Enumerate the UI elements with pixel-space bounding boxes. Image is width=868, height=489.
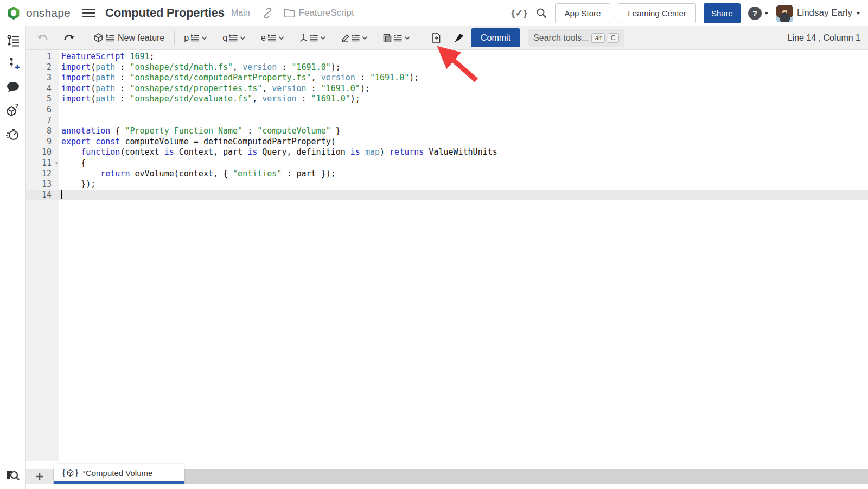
- help-menu[interactable]: ?: [748, 7, 769, 20]
- code-line-3[interactable]: 3import(path : "onshape/std/computedPart…: [26, 73, 868, 84]
- toolbar-dropdown-e[interactable]: e: [257, 30, 288, 46]
- new-feature-button[interactable]: New feature: [90, 31, 169, 45]
- code-line-10[interactable]: 10 function(context is Context, part is …: [26, 147, 868, 158]
- code-line-11[interactable]: 11▾ {: [26, 158, 868, 169]
- chevron-down-icon: [362, 36, 368, 40]
- main-menu-icon[interactable]: [82, 7, 95, 20]
- code-lines: 1FeatureScript 1691;2import(path : "onsh…: [26, 50, 868, 200]
- document-title[interactable]: Computed Properties: [105, 6, 225, 20]
- code-editor[interactable]: 1FeatureScript 1691;2import(path : "onsh…: [26, 50, 868, 461]
- workspace-name[interactable]: Main: [231, 8, 250, 18]
- code-line-8[interactable]: 8annotation { "Property Function Name" :…: [26, 126, 868, 137]
- user-menu[interactable]: Lindsay Early: [776, 5, 860, 22]
- svg-text:?: ?: [15, 104, 18, 109]
- learning-center-button[interactable]: Learning Center: [618, 3, 696, 23]
- sidebar-item-comments[interactable]: [0, 75, 26, 99]
- code-text[interactable]: export const computeVolume = defineCompu…: [59, 137, 868, 148]
- cursor-position-status: Line 14 , Column 1: [788, 33, 868, 43]
- code-line-1[interactable]: 1FeatureScript 1691;: [26, 52, 868, 62]
- fold-marker-icon[interactable]: ▾: [55, 158, 58, 169]
- line-number: 2: [26, 62, 59, 73]
- document-icon: [383, 34, 392, 42]
- code-text[interactable]: import(path : "onshape/std/properties.fs…: [59, 84, 868, 94]
- format-code-button[interactable]: [449, 30, 469, 46]
- code-text[interactable]: function(context is Context, part is Que…: [59, 147, 868, 158]
- new-tab-button[interactable]: [26, 469, 53, 484]
- share-button[interactable]: Share: [704, 3, 741, 23]
- code-text[interactable]: import(path : "onshape/std/evaluate.fs",…: [59, 94, 868, 105]
- chevron-down-icon: [764, 12, 769, 15]
- undo-button[interactable]: [34, 31, 52, 45]
- code-line-9[interactable]: 9export const computeVolume = defineComp…: [26, 137, 868, 148]
- code-text[interactable]: [59, 116, 868, 126]
- link-icon[interactable]: [262, 7, 274, 19]
- toolbar-dropdown-document[interactable]: [379, 31, 414, 45]
- toolbar-dropdown-sketch[interactable]: [296, 31, 330, 45]
- code-line-14[interactable]: 14: [26, 190, 868, 201]
- toolbar-dropdown-annotate[interactable]: [337, 31, 372, 45]
- list-icon: [191, 34, 199, 42]
- sidebar-item-outline[interactable]: [0, 29, 26, 52]
- sidebar-item-part-help[interactable]: ?: [0, 99, 26, 122]
- text-cursor: [61, 190, 62, 199]
- code-text[interactable]: return evVolume(context, { "entities" : …: [59, 169, 868, 180]
- folder-breadcrumb[interactable]: FeatureScript: [284, 8, 354, 18]
- list-icon: [394, 34, 402, 42]
- tab-search-button[interactable]: [0, 468, 26, 481]
- toolbar-dropdown-q[interactable]: q: [219, 30, 250, 46]
- sidebar-item-versions[interactable]: [0, 52, 26, 75]
- left-sidebar: ?: [0, 26, 26, 489]
- code-text[interactable]: annotation { "Property Function Name" : …: [59, 126, 868, 137]
- app-header: onshape Computed Properties Main Feature…: [0, 0, 868, 26]
- code-text[interactable]: FeatureScript 1691;: [59, 52, 868, 62]
- line-number: 8: [26, 126, 59, 137]
- cube-question-icon: ?: [6, 104, 20, 118]
- code-text[interactable]: [59, 105, 868, 116]
- redo-button[interactable]: [60, 31, 78, 45]
- code-line-13[interactable]: 13 });: [26, 179, 868, 190]
- pencil-icon: [341, 34, 349, 42]
- chevron-down-icon: [240, 36, 246, 40]
- user-avatar: [776, 5, 793, 22]
- brush-icon: [452, 33, 465, 43]
- tab-computed-volume[interactable]: {} *Computed Volume: [54, 464, 184, 484]
- featurescript-check-icon[interactable]: {✓}: [511, 8, 527, 19]
- commit-button[interactable]: Commit: [471, 28, 520, 47]
- help-icon: ?: [748, 7, 762, 20]
- chevron-down-icon: [278, 36, 284, 40]
- code-line-7[interactable]: 7: [26, 116, 868, 126]
- code-text[interactable]: import(path : "onshape/std/computedPartP…: [59, 73, 868, 84]
- kbd-alt: alt: [591, 33, 605, 43]
- kbd-c: C: [608, 33, 619, 43]
- chevron-down-icon: [320, 36, 326, 40]
- versions-add-icon: [7, 57, 20, 71]
- sidebar-item-performance[interactable]: [0, 122, 26, 145]
- tab-search-icon: [6, 468, 20, 481]
- folder-icon: [284, 8, 295, 18]
- code-line-4[interactable]: 4import(path : "onshape/std/properties.f…: [26, 84, 868, 94]
- code-line-12[interactable]: 12 return evVolume(context, { "entities"…: [26, 169, 868, 180]
- code-line-2[interactable]: 2import(path : "onshape/std/math.fs", ve…: [26, 62, 868, 73]
- line-number: 4: [26, 84, 59, 94]
- chevron-down-icon: [404, 36, 410, 40]
- search-icon[interactable]: [535, 7, 547, 19]
- search-tools-input[interactable]: Search tools... alt C: [528, 29, 624, 47]
- toolbar-dropdown-p[interactable]: p: [180, 30, 211, 46]
- paste-code-button[interactable]: [427, 30, 445, 46]
- redo-icon: [63, 33, 75, 43]
- axes-icon: [299, 34, 308, 42]
- code-line-6[interactable]: 6: [26, 105, 868, 116]
- fs-outline-icon: [6, 34, 20, 47]
- code-text[interactable]: });: [59, 179, 868, 190]
- code-line-5[interactable]: 5import(path : "onshape/std/evaluate.fs"…: [26, 94, 868, 105]
- app-store-button[interactable]: App Store: [555, 3, 611, 23]
- onshape-logo-icon[interactable]: [5, 5, 22, 21]
- new-feature-label: New feature: [118, 33, 164, 43]
- code-text[interactable]: {: [59, 158, 868, 169]
- code-text[interactable]: [59, 190, 868, 201]
- list-icon: [268, 34, 276, 42]
- list-icon: [352, 34, 360, 42]
- chevron-down-icon: [201, 36, 207, 40]
- onshape-wordmark[interactable]: onshape: [26, 7, 71, 20]
- code-text[interactable]: import(path : "onshape/std/math.fs", ver…: [59, 62, 868, 73]
